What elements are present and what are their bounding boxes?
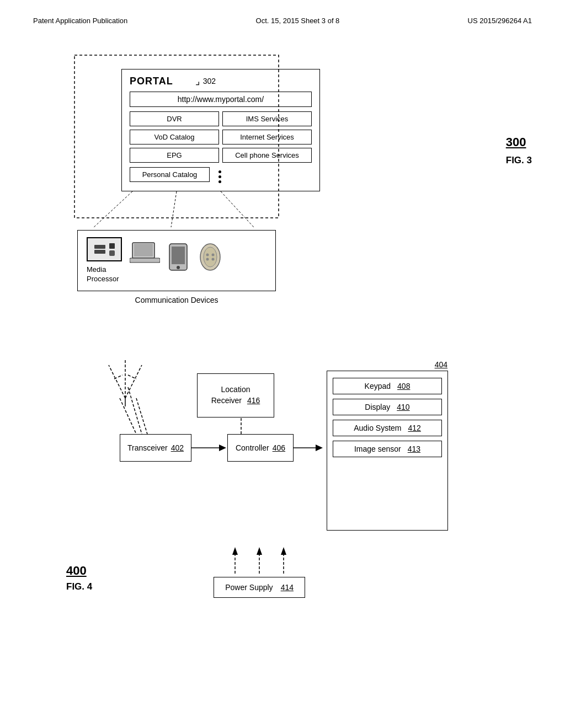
portal-cell-cellphone: Cell phone Services [222, 148, 312, 163]
laptop-icon [130, 242, 160, 270]
portal-cell-ims: IMS Services [222, 111, 312, 126]
svg-line-27 [114, 375, 122, 379]
device-ref: 404 [435, 360, 447, 369]
fig3-ref-label: 300 [506, 135, 526, 149]
image-sensor-box: Image sensor 413 [333, 441, 442, 457]
portal-dots [218, 167, 221, 183]
transceiver-box: Transceiver 402 [120, 434, 191, 462]
svg-marker-20 [219, 445, 226, 451]
svg-line-2 [171, 191, 177, 227]
portal-cell-dvr: DVR [130, 111, 219, 126]
dot2 [218, 175, 221, 178]
mobile-device-icon [168, 243, 189, 273]
portal-cell-vod: VoD Catalog [130, 130, 219, 144]
location-receiver-box: LocationReceiver 416 [197, 373, 274, 417]
header-right: US 2015/296264 A1 [468, 17, 532, 25]
display-box: Display 410 [333, 399, 442, 415]
device-outer-box: 404 Keypad 408 Display 410 Audio System … [327, 371, 448, 531]
comm-devices-label: Communication Devices [135, 296, 218, 304]
fig4-label-area: 400 FIG. 4 [66, 564, 92, 592]
portal-bottom-row: Personal Catalog [130, 167, 312, 183]
header-left: Patent Application Publication [33, 17, 127, 25]
keypad-box: Keypad 408 [333, 378, 442, 394]
page-header: Patent Application Publication Oct. 15, … [33, 17, 532, 25]
svg-point-14 [206, 258, 209, 260]
remote-icon [196, 243, 224, 273]
antenna-icon [103, 354, 147, 411]
power-supply-box: Power Supply 414 [214, 577, 305, 598]
svg-point-12 [206, 253, 209, 256]
svg-line-26 [125, 365, 142, 398]
controller-box: Controller 406 [227, 434, 294, 462]
dot1 [218, 170, 221, 173]
dashed-connector [77, 191, 276, 230]
comm-devices-section: Media Processor [77, 230, 276, 304]
portal-diagram: PORTAL ⌟ 302 http://www.myportal.com/ DV… [121, 69, 320, 191]
fig4-diagram: Transceiver 402 LocationReceiver 416 Con… [56, 338, 509, 558]
audio-system-box: Audio System 412 [333, 420, 442, 436]
portal-grid: DVR IMS Services VoD Catalog Internet Se… [130, 111, 312, 163]
svg-point-13 [212, 253, 215, 256]
svg-point-15 [212, 258, 215, 260]
portal-url: http://www.myportal.com/ [130, 92, 312, 107]
fig4-caption: FIG. 4 [66, 581, 92, 592]
portal-cell-epg: EPG [130, 148, 219, 163]
svg-point-11 [204, 247, 217, 267]
fig4-section: Transceiver 402 LocationReceiver 416 Con… [33, 338, 532, 598]
svg-rect-8 [172, 247, 185, 264]
portal-title-row: PORTAL ⌟ 302 [130, 75, 312, 87]
svg-line-3 [221, 191, 254, 227]
portal-title: PORTAL [130, 76, 173, 87]
fig3-right: 300 FIG. 3 [506, 135, 532, 166]
page: Patent Application Publication Oct. 15, … [0, 0, 565, 728]
portal-ref: ⌟ 302 [195, 75, 216, 87]
header-center: Oct. 15, 2015 Sheet 3 of 8 [256, 17, 340, 25]
fig3-left: PORTAL ⌟ 302 http://www.myportal.com/ DV… [33, 47, 489, 310]
fig3-section: PORTAL ⌟ 302 http://www.myportal.com/ DV… [33, 47, 532, 310]
portal-personal-catalog: Personal Catalog [130, 167, 210, 182]
connector-svg [77, 191, 276, 230]
media-processor-label: Media Processor [87, 265, 119, 284]
svg-rect-5 [134, 244, 153, 256]
svg-rect-6 [130, 258, 160, 263]
dot3 [218, 180, 221, 183]
media-processor-icon-box [87, 237, 122, 261]
portal-cell-internet: Internet Services [222, 130, 312, 144]
svg-marker-23 [316, 445, 323, 451]
fig4-ref-label: 400 [66, 564, 92, 578]
media-processor: Media Processor [87, 237, 122, 284]
svg-line-1 [94, 191, 132, 227]
fig3-caption: FIG. 3 [506, 155, 532, 166]
svg-line-24 [109, 365, 125, 398]
svg-point-9 [177, 266, 180, 269]
